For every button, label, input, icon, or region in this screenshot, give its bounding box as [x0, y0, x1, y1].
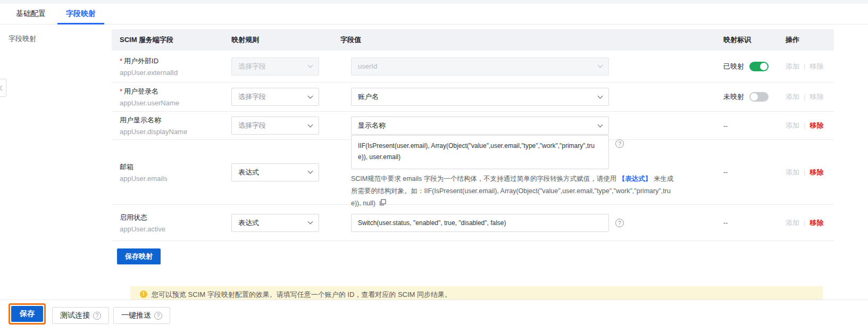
action-separator: |	[804, 168, 805, 176]
table-row: 启用状态 appUser.active 表达式 Switch(user.stat…	[112, 205, 834, 241]
value-select[interactable]: userId	[351, 57, 609, 76]
expression-link: 【表达式】	[619, 175, 652, 182]
chevron-down-icon	[308, 63, 313, 68]
test-connection-button[interactable]: 测试连接 ?	[52, 307, 109, 324]
section-label-field-mapping: 字段映射	[9, 34, 36, 44]
remove-link[interactable]: 移除	[809, 93, 823, 101]
remove-link[interactable]: 移除	[809, 62, 823, 70]
toggle-knob	[760, 63, 767, 70]
rule-select[interactable]: 选择字段	[231, 117, 319, 135]
footer-bar: 保存 测试连接 ? 一键推送 ?	[0, 300, 868, 332]
chevron-down-icon	[308, 122, 313, 127]
flag-label: 已映射	[723, 62, 744, 71]
header-scim-field: SCIM 服务端字段	[112, 35, 231, 45]
expression-input[interactable]: Switch(user.status, "enabled", true, "di…	[351, 214, 609, 232]
required-marker: *	[120, 87, 122, 95]
panel-collapse-button[interactable]	[0, 79, 6, 97]
rule-select[interactable]: 选择字段	[231, 57, 319, 76]
flag-label: 未映射	[723, 92, 744, 102]
chevron-down-icon	[308, 219, 313, 225]
copy-icon[interactable]	[379, 199, 386, 206]
action-separator: |	[804, 93, 805, 101]
chevron-down-icon	[598, 122, 603, 127]
field-name: 邮箱	[120, 162, 231, 172]
field-key: appUser.externalId	[120, 69, 231, 77]
help-icon: ?	[93, 312, 101, 320]
chevron-down-icon	[598, 63, 603, 68]
mapping-table: SCIM 服务端字段 映射规则 字段值 映射标识 操作 *用户外部ID appU…	[112, 29, 834, 264]
header-mapping-rule: 映射规则	[231, 35, 340, 45]
header-field-value: 字段值	[340, 35, 689, 45]
emails-hint: SCIM规范中要求 emails 字段为一个结构体，不支持通过简单的字段转换方式…	[351, 173, 679, 210]
chevron-left-icon	[0, 85, 4, 90]
flag-label: --	[723, 168, 728, 176]
tab-bar: 基础配置 字段映射	[0, 4, 868, 24]
action-separator: |	[804, 219, 805, 227]
notice-text: 您可以预览 SCIM 字段映射配置的效果。请填写任意一个账户的 ID，查看对应的…	[152, 290, 452, 298]
save-mapping-button[interactable]: 保存映射	[117, 248, 161, 264]
flag-label: --	[723, 219, 728, 227]
field-name: 用户显示名称	[120, 115, 231, 125]
mapping-toggle[interactable]	[749, 62, 769, 71]
rule-select[interactable]: 表达式	[231, 163, 319, 181]
tab-field-mapping[interactable]: 字段映射	[57, 4, 104, 24]
remove-link[interactable]: 移除	[809, 121, 823, 129]
chevron-down-icon	[308, 169, 313, 174]
field-key: appUser.active	[120, 225, 231, 233]
value-select[interactable]: 显示名称	[351, 117, 609, 135]
toggle-knob	[750, 93, 758, 101]
top-strip	[0, 0, 868, 4]
add-link[interactable]: 添加	[786, 62, 799, 70]
header-actions: 操作	[777, 35, 834, 45]
flag-label: --	[723, 122, 728, 130]
action-separator: |	[804, 121, 805, 129]
required-marker: *	[120, 57, 122, 65]
remove-link[interactable]: 移除	[809, 219, 823, 227]
save-button-highlight: 保存	[9, 303, 46, 325]
expression-textarea[interactable]: IIF(IsPresent(user.email), Array(Object(…	[351, 135, 609, 169]
action-separator: |	[804, 62, 805, 70]
chevron-down-icon	[308, 93, 313, 98]
field-name: *用户外部ID	[120, 56, 231, 66]
help-icon[interactable]: ?	[615, 139, 624, 148]
help-icon: ?	[154, 312, 162, 320]
field-name: 启用状态	[120, 213, 231, 222]
save-button[interactable]: 保存	[11, 306, 43, 322]
add-link[interactable]: 添加	[786, 168, 799, 176]
add-link[interactable]: 添加	[786, 121, 799, 129]
mapping-toggle[interactable]	[749, 92, 769, 102]
header-mapping-flag: 映射标识	[689, 35, 777, 45]
rule-select[interactable]: 表达式	[231, 214, 319, 232]
remove-link[interactable]: 移除	[809, 168, 823, 176]
chevron-down-icon	[598, 93, 603, 98]
table-header-row: SCIM 服务端字段 映射规则 字段值 映射标识 操作	[112, 29, 834, 51]
add-link[interactable]: 添加	[786, 93, 799, 101]
tab-basic-config[interactable]: 基础配置	[16, 4, 46, 24]
add-link[interactable]: 添加	[786, 219, 799, 227]
field-key: appUser.emails	[120, 175, 231, 182]
field-key: appUser.userName	[120, 99, 231, 107]
field-key: appUser.displayName	[120, 128, 231, 136]
table-row: 邮箱 appUser.emails 表达式 IIF(IsPresent(user…	[112, 140, 834, 205]
table-row: *用户登录名 appUser.userName 选择字段 账户名 未映射 添加|…	[112, 82, 834, 112]
warning-icon: !	[140, 290, 147, 298]
value-select[interactable]: 账户名	[351, 88, 609, 106]
one-click-push-button[interactable]: 一键推送 ?	[113, 307, 170, 324]
table-row: *用户外部ID appUser.externalId 选择字段 userId 已…	[112, 51, 834, 82]
field-name: *用户登录名	[120, 87, 231, 96]
rule-select[interactable]: 选择字段	[231, 88, 319, 106]
help-icon[interactable]: ?	[615, 219, 624, 227]
